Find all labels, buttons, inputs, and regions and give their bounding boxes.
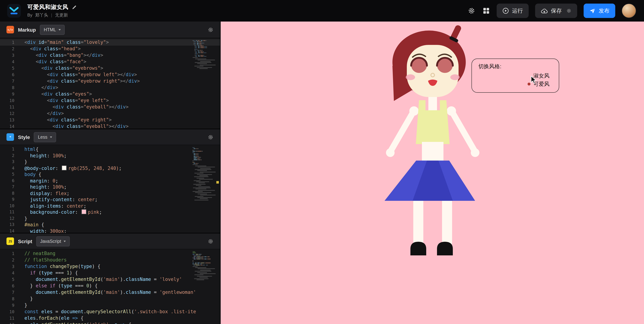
minimap-line [192, 253, 216, 253]
line-number: 1 [0, 250, 14, 257]
line-number: 10 [0, 309, 14, 315]
script-code-editor[interactable]: 1// neatBang2// flatShouders3function ch… [0, 249, 220, 324]
color-swatch [82, 209, 86, 214]
minimap-line [192, 254, 216, 255]
paper-plane-icon [590, 8, 596, 14]
line-number: 6 [0, 283, 14, 289]
code-line: 8 display: flex; [0, 190, 220, 197]
minimap-line [192, 55, 216, 55]
code-line: 1<div id="main" class="lovely"> [0, 39, 220, 46]
script-settings-icon[interactable] [208, 238, 214, 244]
line-number: 14 [0, 228, 14, 233]
style-panel: * Style Less 1html{2 height: 100%;3}4@bo… [0, 129, 220, 233]
minimap-line [192, 158, 216, 159]
minimap-line [192, 177, 216, 177]
code-line: 9 justify-content: center; [0, 197, 220, 203]
update-status: 无更新 [55, 12, 68, 18]
minimap[interactable] [192, 40, 216, 69]
line-number: 2 [0, 152, 14, 159]
style-switch-title: 切换风格: [478, 63, 559, 70]
minimap-line [192, 269, 216, 269]
minimap-line [192, 174, 216, 175]
minimap-line [192, 185, 216, 186]
code-line: 4 if (type === 1) { [0, 270, 220, 276]
code-line: 2 height: 100%; [0, 152, 220, 159]
save-button[interactable]: 保存 [535, 3, 577, 18]
code-line: 12 ele.addEventListener('click', e => { [0, 322, 220, 324]
edit-title-icon[interactable] [71, 4, 77, 10]
code-line: 8 </div> [0, 84, 220, 91]
run-button[interactable]: 运行 [497, 3, 529, 18]
code-lines: 1// neatBang2// flatShouders3function ch… [0, 250, 220, 324]
line-number: 13 [0, 117, 14, 123]
code-line: 14 <div class="eyeball"></div> [0, 123, 220, 129]
minimap-line [192, 40, 216, 41]
byline-separator: | [51, 12, 52, 17]
minimap-line [192, 262, 216, 263]
author-link[interactable]: 郑丫头 [35, 12, 48, 18]
style-panel-header: * Style Less [0, 129, 220, 145]
minimap-line [192, 153, 216, 154]
color-swatch [62, 165, 66, 170]
code-line: 7 document.getElementById('main').classN… [0, 289, 220, 296]
app-logo[interactable] [7, 4, 21, 17]
code-line: 3function changeType(type) { [0, 263, 220, 270]
minimap[interactable] [192, 147, 216, 200]
minimap-line [192, 163, 216, 164]
minimap-line [192, 49, 216, 49]
minimap-line [192, 186, 216, 187]
markup-language-select[interactable]: HTML [40, 24, 65, 35]
character-shoulder-left [409, 106, 419, 116]
line-number: 3 [0, 52, 14, 58]
line-number: 4 [0, 165, 14, 171]
style-panel-label: Style [18, 134, 30, 140]
code-line: 2// flatShouders [0, 257, 220, 263]
minimap-line [192, 60, 216, 60]
minimap-line [192, 277, 216, 278]
script-language-value: JavaScript [40, 239, 61, 244]
minimap-line [192, 149, 216, 149]
layout-grid-icon[interactable] [482, 7, 490, 15]
markup-code-editor[interactable]: 1<div id="main" class="lovely">2 <div cl… [0, 38, 220, 129]
code-line: 13 <div class="eye right"> [0, 117, 220, 123]
minimap-line [192, 43, 216, 43]
style-settings-icon[interactable] [208, 134, 214, 140]
chevron-down-icon [64, 241, 66, 242]
script-language-select[interactable]: JavaScript [36, 236, 70, 246]
minimap-line [192, 188, 216, 188]
line-number: 13 [0, 222, 14, 228]
minimap-line [192, 68, 216, 69]
title-block: 可爱风和淑女风 By 郑丫头 | 无更新 [27, 3, 77, 18]
character-blush-right [450, 74, 460, 80]
minimap-line [192, 272, 216, 273]
minimap-line [192, 58, 216, 59]
markup-settings-icon[interactable] [208, 27, 214, 32]
character-shoe-right [437, 242, 453, 255]
page-title: 可爱风和淑女风 [27, 3, 68, 11]
save-settings-icon[interactable] [566, 8, 572, 13]
line-number: 10 [0, 97, 14, 104]
line-number: 3 [0, 159, 14, 165]
line-number: 11 [0, 104, 14, 110]
style-code-editor[interactable]: 1html{2 height: 100%;3}4@body-color: rgb… [0, 145, 220, 233]
avatar[interactable] [622, 3, 636, 18]
minimap[interactable] [192, 252, 216, 280]
minimap-line [192, 175, 216, 176]
character-midriff [422, 142, 444, 163]
code-line: 10const eles = document.querySelectorAll… [0, 309, 220, 315]
code-line: 13#main { [0, 222, 220, 228]
line-number: 7 [0, 78, 14, 84]
style-language-select[interactable]: Less [34, 132, 56, 142]
publish-label: 发布 [599, 7, 610, 14]
settings-icon[interactable] [467, 6, 476, 15]
chevron-down-icon [58, 29, 61, 30]
code-line: 12 </div> [0, 110, 220, 117]
minimap-line [192, 159, 216, 160]
publish-button[interactable]: 发布 [584, 3, 615, 18]
minimap-line [192, 41, 216, 42]
code-line: 1// neatBang [0, 250, 220, 257]
code-line: 6 <div class="eyebrow left"></div> [0, 71, 220, 78]
line-number: 6 [0, 178, 14, 184]
minimap-line [192, 191, 216, 192]
byline-prefix: By [27, 12, 32, 17]
